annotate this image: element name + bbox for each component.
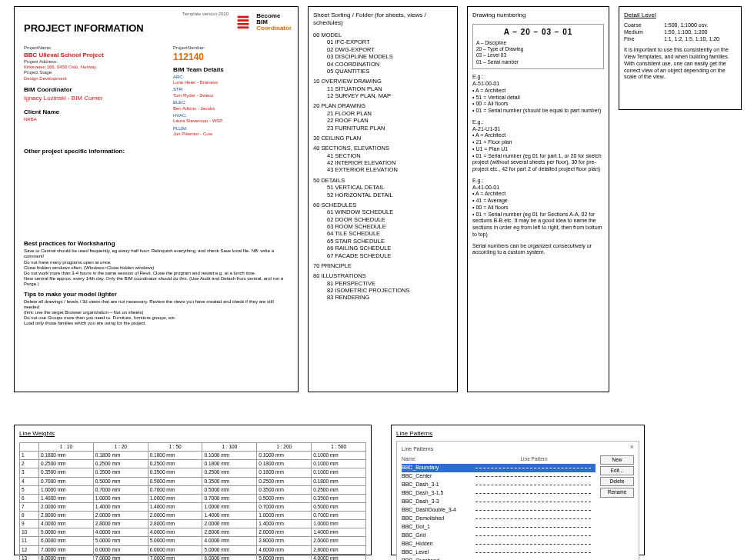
numbering-text: • 01 = Serial number (eg 01 for part 1, … (472, 153, 604, 173)
line-pattern-sample (475, 544, 591, 545)
drawing-numbering-body: E.g.:A-51-00-01• A = Architect• 51 = Ver… (472, 74, 604, 256)
lw-cell: 9 (20, 520, 39, 528)
svg-rect-1 (238, 19, 249, 22)
line-patterns-heading: Line Patterns (396, 430, 639, 438)
close-icon[interactable]: × (630, 443, 634, 452)
team-role: STR: (173, 87, 289, 93)
template-version: Template version 2020 (182, 12, 229, 18)
line-pattern-name: BBC_Level (402, 549, 471, 556)
sheet-item: 05 QUANTITIES (327, 68, 452, 75)
team-role: ARC: (173, 75, 289, 81)
lw-cell: 2.0000 mm (39, 502, 94, 511)
sheet-item: 02 DWG-EXPORT (327, 46, 452, 53)
lw-cell: 2.0000 mm (202, 520, 257, 528)
lw-cell: 0.1800 mm (93, 452, 148, 460)
legend-line: 01 – Serial number (476, 59, 600, 65)
sheet-group: 30 CEILING PLAN (313, 135, 452, 142)
sheet-item: 81 PERSPECTIVE (327, 280, 452, 287)
lw-col: 1 : 20 (93, 443, 148, 452)
numbering-text: E.g.: (472, 178, 604, 185)
line-pattern-name: BBC_Boundary (402, 465, 471, 472)
line-pattern-row[interactable]: BBC_Level (402, 548, 596, 557)
worksharing-heading: Best practices for Worksharing (24, 240, 289, 248)
line-pattern-row[interactable]: BBC_Demolished (402, 515, 596, 523)
project-stage: Design Development (24, 76, 173, 82)
lw-cell: 4.0000 mm (312, 554, 366, 560)
lw-cell: 7.0000 mm (39, 545, 94, 554)
line-pattern-button[interactable]: Delete (600, 477, 634, 486)
line-pattern-sample (475, 535, 591, 536)
line-pattern-button[interactable]: Edit... (600, 466, 634, 475)
lw-cell: 0.1800 mm (148, 452, 202, 460)
sheet-sorting-tree: 00 MODEL01 IFC-EXPORT02 DWG-EXPORT03 DIS… (313, 32, 452, 302)
sheet-item: 66 RAILING SCHEDULE (327, 245, 452, 252)
line-pattern-row[interactable]: BBC_DashDouble_3-4 (402, 506, 596, 515)
line-pattern-row[interactable]: BBC_Center (402, 472, 596, 481)
lw-cell: 0.1000 mm (312, 452, 366, 460)
line-pattern-button[interactable]: Rename (600, 488, 634, 497)
table-row: 51.0000 mm0.7000 mm0.7000 mm0.5000 mm0.3… (20, 485, 366, 494)
line-pattern-name: BBC_Dash_3-1 (402, 482, 471, 488)
sheet-item: 03 DISCIPLINE MODELS (327, 53, 452, 60)
lw-cell: 0.5000 mm (312, 502, 366, 511)
lw-cell: 1.4000 mm (257, 520, 312, 528)
sheet-item: 67 FACADE SCHEDULE (327, 252, 452, 259)
line-pattern-name: BBC_Demolished (402, 515, 471, 522)
ws-line: Do not have many programs open at once. (24, 260, 289, 265)
lw-cell: 2.8000 mm (202, 528, 257, 537)
lw-cell: 0.2500 mm (39, 460, 94, 468)
line-pattern-row[interactable]: BBC_Boundary (402, 464, 596, 472)
col-name: Name: (402, 456, 471, 462)
lw-cell: 1.4000 mm (202, 512, 257, 520)
lw-col: 1 : 50 (148, 443, 202, 452)
lw-cell: 8.0000 mm (39, 554, 94, 560)
line-pattern-name: BBC_Dot_1 (402, 524, 471, 531)
numbering-legend: A – Discipline20 – Type of Drawing03 – L… (476, 40, 600, 66)
table-row: 10.1800 mm0.1800 mm0.1800 mm0.1000 mm0.1… (20, 452, 366, 460)
table-row: 94.0000 mm2.8000 mm2.8000 mm2.0000 mm1.4… (20, 520, 366, 528)
numbering-pattern-box: A – 20 – 03 – 01 A – Discipline20 – Type… (472, 24, 604, 69)
numbering-text: Serial numbers can be organized consecut… (472, 243, 604, 257)
lw-cell: 0.5000 mm (257, 494, 312, 502)
logo-icon (235, 13, 252, 32)
numbering-text: • 00 = All floors (472, 205, 604, 212)
bim-team-heading: BIM Team Details (173, 66, 289, 74)
line-pattern-row[interactable]: BBC_Grid (402, 532, 596, 540)
numbering-text: • A = Architect (472, 132, 604, 139)
line-pattern-row[interactable]: BBC_Hidden (402, 540, 596, 548)
lw-cell: 12 (20, 545, 39, 554)
line-pattern-row[interactable]: BBC_Overhead (402, 557, 596, 560)
sheet-item: 51 VERTICAL DETAIL (327, 184, 452, 191)
sheet-item: 42 INTERIOR ELEVATION (327, 159, 452, 166)
ws-line: Save to Central should be used frequentl… (24, 248, 289, 259)
sheet-group: 20 PLAN DRAWING (313, 102, 452, 109)
sheet-group: 50 DETAILS (313, 177, 452, 184)
lw-col: 1 : 200 (257, 443, 312, 452)
svg-rect-0 (238, 16, 249, 18)
lw-cell: 2.8000 mm (312, 545, 366, 554)
lw-cell: 6.0000 mm (39, 537, 94, 545)
table-row: 116.0000 mm5.0000 mm5.0000 mm4.0000 mm2.… (20, 537, 366, 545)
line-pattern-row[interactable]: BBC_Dash_3-1 (402, 481, 596, 489)
sheet-group: 40 SECTIONS, ELEVATIONS (313, 145, 452, 152)
line-pattern-sample (475, 485, 591, 485)
line-pattern-name: BBC_DashDouble_3-4 (402, 507, 471, 514)
lw-col (20, 443, 39, 452)
sheet-group: 10 OVERVIEW DRAWING (313, 78, 452, 85)
project-name: BBC Ulleval School Project (24, 52, 173, 59)
sheet-group: 70 PRINCIPLE (313, 262, 452, 269)
lw-cell: 2.0000 mm (148, 512, 202, 520)
team-role: ELEC: (173, 100, 289, 106)
line-pattern-row[interactable]: BBC_Dash_3-3 (402, 498, 596, 506)
line-pattern-row[interactable]: BBC_Dot_1 (402, 523, 596, 532)
numbering-text: • U1 = Plan U1 (472, 146, 604, 153)
table-row: 40.7000 mm0.5000 mm0.5000 mm0.3500 mm0.2… (20, 477, 366, 485)
line-pattern-row[interactable]: BBC_Dash_3-1.5 (402, 489, 596, 498)
sheet-item: 43 EXTERIOR ELEVATION (327, 166, 452, 173)
sheet-item: 12 SURVEY PLAN, MAP (327, 92, 452, 99)
numbering-text: E.g.: (472, 74, 604, 81)
line-pattern-button[interactable]: New (600, 455, 634, 465)
tips-line: Delete all drawings / levels / 3d views … (24, 299, 289, 310)
lw-cell: 5.0000 mm (257, 554, 312, 560)
lw-cell: 0.5000 mm (148, 477, 202, 485)
